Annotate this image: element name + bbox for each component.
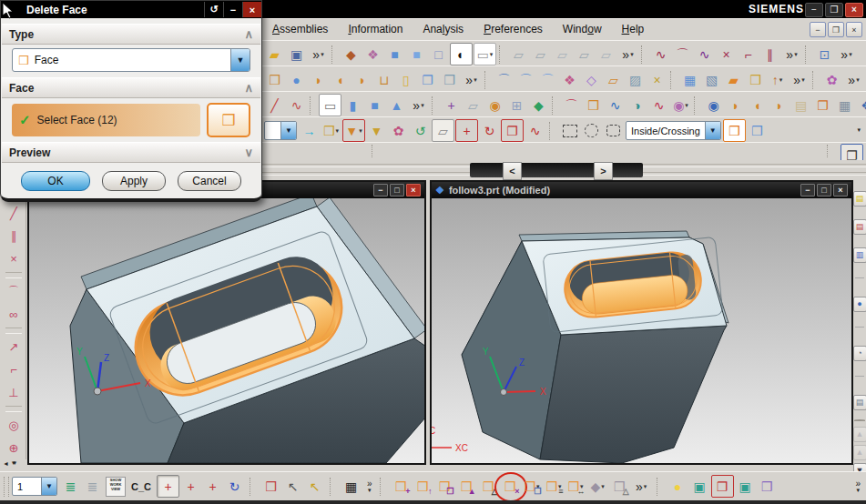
roles-palette-icon[interactable]: ▤ [853,395,866,410]
paste-face-icon[interactable]: ❒❐▾ [522,476,543,497]
detail-filter-icon[interactable]: ▼ [366,120,387,141]
move-component-icon[interactable]: ⊡ [814,44,835,65]
row1-overflow-a-icon[interactable]: »▾ [308,44,329,65]
cancel-button[interactable]: Cancel [178,171,241,191]
part-navigator-icon[interactable]: ▥ [853,247,866,263]
chevron-down-icon[interactable]: ▼ [230,49,250,71]
save-icon[interactable]: ▣ [286,44,307,65]
chevron-down-icon[interactable]: ▼ [41,478,56,495]
make-coplanar-icon[interactable]: ❒≡▾ [544,476,565,497]
undo-selection-icon[interactable]: ↺ [410,120,431,141]
datum-plane-icon[interactable]: ▱ [463,95,484,116]
camera-plus-icon[interactable]: ▣ [735,476,756,497]
styled-sweep-icon[interactable]: ◇ [581,69,602,90]
row2-overflow-a-icon[interactable]: »▾ [461,69,482,90]
tangent-snap-icon[interactable]: ∞ [4,303,24,326]
zigzag-point-icon[interactable]: ∿ [525,120,545,141]
flat-pattern-icon[interactable]: ▤ [790,95,811,116]
shell-body-icon[interactable]: ◆▾ [587,476,608,497]
linear-dimension-icon[interactable]: ❒↔▾ [565,476,586,497]
dialog-reset-button[interactable]: ↺ [204,2,223,17]
dock-scroll-left-button[interactable]: < [503,162,522,180]
work-layer-combo[interactable]: 1 ▼ [12,477,57,496]
camera-icon[interactable]: ▣ [689,476,710,497]
ruled-surface-icon[interactable]: ⌒ [494,69,515,90]
point-on-curve-snap-icon[interactable]: ⌒ [4,280,24,303]
boolean-doc-icon[interactable]: ❒ [439,69,460,90]
rectangle-marquee-icon[interactable] [559,120,580,141]
background-style-icon[interactable]: ▭▾ [474,43,496,66]
bounded-plane-icon[interactable]: ▱ [603,69,624,90]
intersection-snap-icon[interactable]: × [4,247,24,270]
body-stack-icon[interactable]: ❒ [745,69,766,90]
face-select-button[interactable]: ❒ [207,103,250,137]
viewport-left-minimize-button[interactable]: − [373,184,388,197]
lightbulb-icon[interactable]: ● [667,476,688,497]
shaded-view-icon[interactable]: ■ [384,44,405,65]
eraser-icon[interactable]: ▱ [432,119,454,142]
mdi-restore-button[interactable]: ❐ [828,22,844,37]
type-filter-box-icon[interactable]: ▼▾ [342,119,365,142]
freeform-surface-icon[interactable]: ▧ [701,69,722,90]
wcs-display-icon[interactable]: + [157,475,179,498]
replace-face-icon[interactable]: ❒▲ [456,476,477,497]
unite-icon[interactable]: ◗ [308,69,329,90]
render-style-icon[interactable]: ❖ [362,44,383,65]
bridge-curve-icon[interactable]: ⌒ [672,44,693,65]
viewport-left-close-button[interactable]: × [406,184,421,197]
viewport-left-canvas[interactable]: Y Z X [29,198,424,463]
wave-curve-icon[interactable]: ∿ [605,95,626,116]
mesh-surface-icon[interactable]: ▦ [679,69,700,90]
bend-b-icon[interactable]: ◖ [747,95,768,116]
through-curves-icon[interactable]: ⌒ [515,69,536,90]
scroll-top-icon[interactable]: ▲ [853,427,866,442]
block-icon[interactable]: ▭ [319,94,341,116]
scroll-up-icon[interactable]: ▲ [853,445,866,460]
bend-c-icon[interactable]: ◗ [769,95,790,116]
lasso-marquee-icon[interactable] [581,120,602,141]
menu-preferences[interactable]: Preferences [475,21,551,37]
menu-window[interactable]: Window [555,21,610,37]
wcs-origin-icon[interactable]: + [202,476,223,497]
sweep-along-guide-icon[interactable]: ❖ [559,69,580,90]
swept-surface-icon[interactable]: ⌒ [537,69,558,90]
offset-curve-icon[interactable]: ∥ [759,44,780,65]
arc-snap-icon[interactable]: ↗ [4,336,24,358]
flower-tool-icon[interactable]: ✿ [821,69,842,90]
pad-icon[interactable]: ❒ [583,95,604,116]
chevron-down-icon[interactable]: ▼ [280,122,296,139]
menu-help[interactable]: Help [614,21,653,37]
sew-icon[interactable]: × [647,69,667,90]
solid-body-cube-icon[interactable]: ❒ [747,120,768,141]
app-close-button[interactable]: × [845,3,863,17]
menu-analysis[interactable]: Analysis [414,21,472,37]
grid-icon[interactable]: ▦ [341,476,362,497]
studio-spline-icon[interactable]: ⌒ [561,95,582,116]
hole-icon[interactable]: ◉ [484,95,505,116]
app-maximize-button[interactable]: ❐ [825,3,843,17]
row2-overflow-c-icon[interactable]: »▾ [843,69,864,90]
assembly-navigator-icon[interactable]: ▤ [853,191,866,207]
history-palette-icon[interactable]: ◔ [853,346,866,361]
role-person-icon[interactable]: ❖ [856,95,866,116]
rotate-point-icon[interactable]: ↻ [479,120,500,141]
type-filter-combo[interactable]: ▼ [264,121,297,140]
interpart-link-icon[interactable]: C_C [128,481,154,492]
row1-overflow-d-icon[interactable]: »▾ [836,44,857,65]
snap-toolbar-overflow[interactable]: ◄ ▾▾ [3,459,15,467]
layer-visible-in-view-icon[interactable]: ≣ [82,476,103,497]
orient-view-icon[interactable]: ❒ [260,476,281,497]
face-rule-cube-icon[interactable]: ❒ [723,119,746,142]
law-curve-icon[interactable]: ∿ [648,95,669,116]
sphere-icon[interactable]: ● [286,69,307,90]
move-face-icon[interactable]: ❒+ [391,476,412,497]
selection-overflow-caret[interactable]: ▾ [857,126,861,134]
snap-point-boxed-icon[interactable]: + [455,119,478,142]
shaded-edges-view-icon[interactable]: ■ [406,44,427,65]
helix-curve-icon[interactable]: ∿ [650,44,671,65]
corner-snap-icon[interactable]: ⌐ [4,358,24,381]
datum-plane-d-icon[interactable]: ▱ [574,44,595,65]
layer-settings-icon[interactable]: ≣ [60,476,81,497]
datum-plane-c-icon[interactable]: ▱ [552,44,573,65]
row1-overflow-b-icon[interactable]: »▾ [617,44,638,65]
